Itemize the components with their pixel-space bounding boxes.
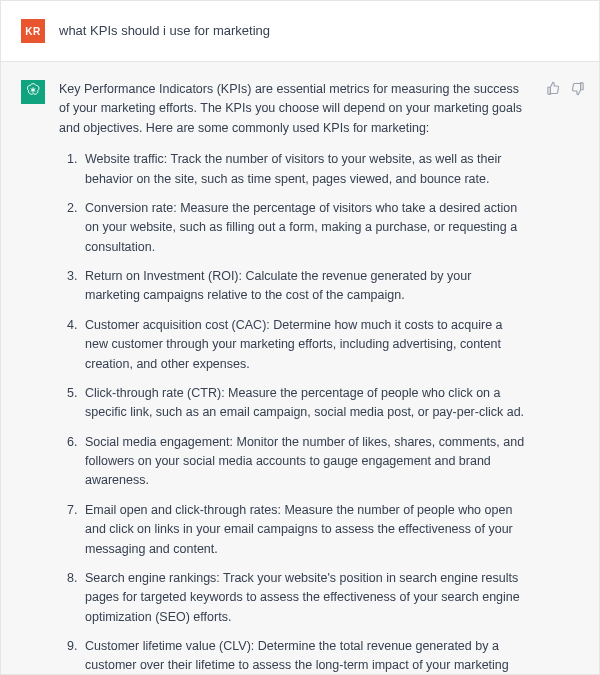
list-item: Conversion rate: Measure the percentage … [81,199,527,257]
assistant-message-content: Key Performance Indicators (KPIs) are es… [59,80,531,674]
user-message-row: KR what KPIs should i use for marketing [1,1,599,61]
thumbs-down-icon [570,81,585,100]
assistant-intro: Key Performance Indicators (KPIs) are es… [59,80,527,138]
list-item: Email open and click-through rates: Meas… [81,501,527,559]
thumbs-down-button[interactable] [569,82,585,98]
feedback-buttons [545,82,585,98]
list-item: Return on Investment (ROI): Calculate th… [81,267,527,306]
user-avatar: KR [21,19,45,43]
list-item: Customer acquisition cost (CAC): Determi… [81,316,527,374]
user-message-text: what KPIs should i use for marketing [59,19,270,43]
list-item: Customer lifetime value (CLV): Determine… [81,637,527,674]
chat-container: KR what KPIs should i use for marketing … [0,0,600,675]
assistant-message-row: Key Performance Indicators (KPIs) are es… [1,61,599,674]
thumbs-up-icon [546,81,561,100]
thumbs-up-button[interactable] [545,82,561,98]
list-item: Click-through rate (CTR): Measure the pe… [81,384,527,423]
list-item: Social media engagement: Monitor the num… [81,433,527,491]
list-item: Search engine rankings: Track your websi… [81,569,527,627]
kpi-list: Website traffic: Track the number of vis… [59,150,527,674]
chatgpt-icon [25,82,41,102]
list-item: Website traffic: Track the number of vis… [81,150,527,189]
assistant-avatar [21,80,45,104]
